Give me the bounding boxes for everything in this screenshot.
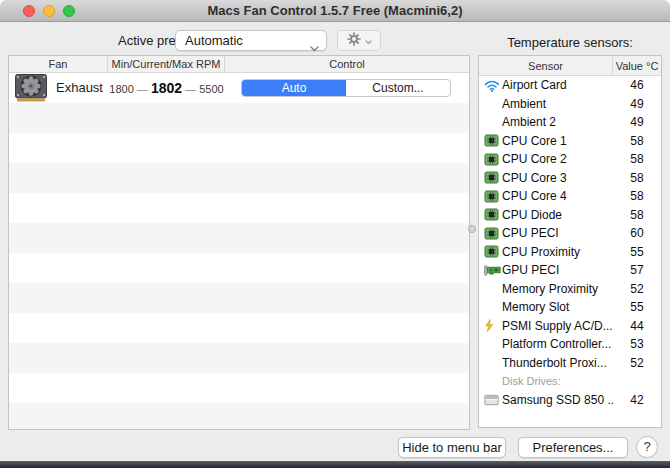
wifi-icon — [479, 79, 502, 92]
sensor-row[interactable]: PSMI Supply AC/D... 44 — [479, 317, 661, 336]
sensor-value: 52 — [613, 282, 661, 296]
sensor-name: CPU Diode — [502, 208, 613, 222]
app-window: Macs Fan Control 1.5.7 Free (Macmini6,2)… — [0, 0, 670, 468]
chip-icon — [479, 134, 502, 147]
sensor-value: 42 — [613, 393, 661, 407]
sensor-value: 60 — [613, 226, 661, 240]
sensor-value: 53 — [613, 337, 661, 351]
sensor-value: 49 — [613, 115, 661, 129]
sensor-value: 57 — [613, 263, 661, 277]
sensor-name: Ambient 2 — [502, 115, 613, 129]
fan-table-empty-rows — [9, 103, 469, 429]
sensor-value: 58 — [613, 152, 661, 166]
temperature-sensors-heading: Temperature sensors: — [478, 35, 662, 50]
sensor-row[interactable]: CPU Proximity 55 — [479, 243, 661, 262]
sensor-row[interactable]: Memory Proximity 52 — [479, 280, 661, 299]
sensor-table-header: Sensor Value °C — [479, 56, 661, 76]
fan-table-header: Fan Min/Current/Max RPM Control — [9, 56, 469, 73]
sensor-table: Sensor Value °C Airport Card 46 Ambient … — [478, 55, 662, 428]
gear-icon — [347, 32, 361, 49]
chevron-down-icon — [365, 33, 372, 48]
chip-icon — [479, 245, 502, 258]
sensor-row[interactable]: Samsung SSD 850 ... 42 — [479, 391, 661, 410]
sensor-name: Memory Slot — [502, 300, 613, 314]
sensor-row[interactable]: CPU Diode 58 — [479, 206, 661, 225]
sensor-name: GPU PECI — [502, 263, 613, 277]
sensor-name: PSMI Supply AC/D... — [502, 319, 613, 333]
fan-table: Fan Min/Current/Max RPM Control — [8, 55, 470, 430]
sensor-value: 58 — [613, 134, 661, 148]
sensor-value: 58 — [613, 208, 661, 222]
fan-icon — [15, 74, 47, 105]
sensor-name: Disk Drives: — [502, 375, 613, 387]
sensor-name: CPU Core 4 — [502, 189, 613, 203]
help-button[interactable]: ? — [636, 436, 658, 458]
sensor-category-row[interactable]: Disk Drives: — [479, 372, 661, 391]
chip-icon — [479, 171, 502, 184]
sensor-row[interactable]: CPU Core 3 58 — [479, 169, 661, 188]
sensor-value: 58 — [613, 189, 661, 203]
preset-actions-button[interactable] — [337, 30, 381, 51]
bolt-icon — [479, 319, 502, 332]
fan-control-segmented: Auto Custom... — [241, 79, 451, 97]
window-title: Macs Fan Control 1.5.7 Free (Macmini6,2) — [0, 0, 670, 22]
sensor-value: 58 — [613, 171, 661, 185]
preferences-button[interactable]: Preferences... — [518, 437, 628, 458]
sensor-row[interactable]: CPU PECI 60 — [479, 224, 661, 243]
sensor-name: CPU PECI — [502, 226, 613, 240]
sensor-name: Thunderbolt Proxi... — [502, 356, 613, 370]
sensor-value: 49 — [613, 97, 661, 111]
fan-column-header[interactable]: Fan — [9, 56, 108, 72]
sensor-name: Airport Card — [502, 78, 613, 92]
chip-icon — [479, 153, 502, 166]
rpm-current: 1802 — [151, 80, 182, 96]
window-bottom-edge — [0, 461, 670, 468]
sensor-value: 55 — [613, 245, 661, 259]
sensor-row[interactable]: Platform Controller... 53 — [479, 335, 661, 354]
titlebar[interactable]: Macs Fan Control 1.5.7 Free (Macmini6,2) — [0, 0, 670, 22]
rpm-column-header[interactable]: Min/Current/Max RPM — [108, 56, 225, 72]
sensor-row[interactable]: Ambient 49 — [479, 95, 661, 114]
sensor-row[interactable]: Ambient 2 49 — [479, 113, 661, 132]
rpm-max: 5500 — [199, 83, 223, 95]
chip-icon — [479, 190, 502, 203]
sensor-row[interactable]: Memory Slot 55 — [479, 298, 661, 317]
ssd-icon — [479, 394, 502, 406]
sensor-rows: Airport Card 46 Ambient 49 Ambient 2 49 … — [479, 76, 661, 409]
sensor-name: CPU Proximity — [502, 245, 613, 259]
preset-dropdown-value: Automatic — [185, 33, 243, 48]
sensor-row[interactable]: CPU Core 1 58 — [479, 132, 661, 151]
chip-icon — [479, 227, 502, 240]
sensor-name: Memory Proximity — [502, 282, 613, 296]
value-column-header[interactable]: Value °C — [613, 56, 661, 75]
sensor-name: CPU Core 2 — [502, 152, 613, 166]
splitter-handle[interactable] — [468, 225, 476, 233]
gpu-icon — [479, 265, 502, 276]
sensor-value: 55 — [613, 300, 661, 314]
sensor-row[interactable]: Airport Card 46 — [479, 76, 661, 95]
sensor-name: CPU Core 1 — [502, 134, 613, 148]
fan-row-exhaust[interactable]: Exhaust 1800 — 1802 — 5500 Auto Custom..… — [9, 73, 469, 103]
auto-button[interactable]: Auto — [242, 80, 346, 96]
sensor-value: 44 — [613, 319, 661, 333]
hide-to-menu-bar-button[interactable]: Hide to menu bar — [398, 437, 506, 458]
sensor-name: Samsung SSD 850 ... — [502, 393, 613, 407]
sensor-name: Ambient — [502, 97, 613, 111]
chip-icon — [479, 208, 502, 221]
rpm-min: 1800 — [109, 83, 133, 95]
sensor-row[interactable]: CPU Core 2 58 — [479, 150, 661, 169]
sensor-name: CPU Core 3 — [502, 171, 613, 185]
custom-button[interactable]: Custom... — [346, 80, 450, 96]
sensor-name: Platform Controller... — [502, 337, 613, 351]
preset-dropdown[interactable]: Automatic — [175, 30, 327, 51]
sensor-row[interactable]: CPU Core 4 58 — [479, 187, 661, 206]
sensor-value: 46 — [613, 78, 661, 92]
control-column-header[interactable]: Control — [225, 56, 469, 72]
fan-rpm-readout: 1800 — 1802 — 5500 — [108, 73, 225, 103]
sensor-row[interactable]: GPU PECI 57 — [479, 261, 661, 280]
fan-name: Exhaust — [56, 73, 103, 103]
sensor-row[interactable]: Thunderbolt Proxi... 52 — [479, 354, 661, 373]
sensor-value: 52 — [613, 356, 661, 370]
sensor-column-header[interactable]: Sensor — [479, 56, 613, 75]
